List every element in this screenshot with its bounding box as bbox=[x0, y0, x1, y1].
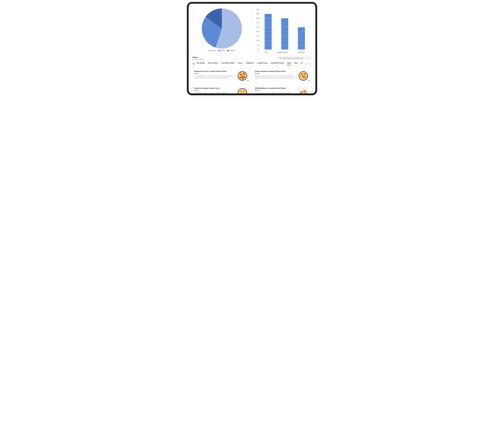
item-name: Super Supreme Loaded Cheese Dunk bbox=[255, 70, 295, 72]
legend-item: Negative bbox=[227, 50, 235, 51]
legend-item: Positive bbox=[208, 50, 216, 51]
add-item-button[interactable]: + bbox=[246, 79, 250, 82]
svg-line-1 bbox=[280, 58, 281, 59]
pie-chart-card: PositiveNeutralNegative bbox=[192, 7, 251, 55]
x-tick-label: Yelp bbox=[264, 51, 267, 53]
tab-pizza-combos[interactable]: Pizza Combos bbox=[208, 62, 218, 65]
svg-rect-7 bbox=[193, 64, 195, 65]
item-thumbnail: + bbox=[297, 70, 310, 82]
menu-item-card[interactable]: Hawaiian Loaded Cheese Dunk $16.04 Smoke… bbox=[192, 86, 251, 94]
item-thumbnail: + bbox=[236, 87, 249, 94]
pie-legend: PositiveNeutralNegative bbox=[208, 50, 235, 51]
svg-rect-3 bbox=[193, 63, 195, 64]
svg-rect-5 bbox=[193, 64, 195, 64]
svg-rect-29 bbox=[241, 93, 243, 94]
svg-rect-35 bbox=[300, 91, 303, 94]
item-thumbnail: + bbox=[236, 70, 249, 82]
charts-row: PositiveNeutralNegative 0%5%10%15%20%25%… bbox=[192, 7, 312, 55]
svg-rect-38 bbox=[304, 92, 307, 94]
add-item-button[interactable]: + bbox=[307, 79, 311, 82]
tab-hut-deals-combos[interactable]: Hut Deals Combos bbox=[221, 62, 235, 65]
svg-rect-27 bbox=[240, 91, 241, 92]
svg-rect-36 bbox=[303, 90, 306, 93]
item-price: $16.04 bbox=[255, 73, 295, 74]
y-tick-label: 35% bbox=[254, 18, 259, 19]
item-name: BBQ Meatlovers Loaded Garlic Bread bbox=[255, 87, 295, 89]
svg-point-0 bbox=[280, 58, 281, 59]
svg-point-13 bbox=[241, 76, 243, 77]
tabs-next-button[interactable] bbox=[308, 62, 312, 65]
tab-homestyle-pastas[interactable]: Homestyle Pastas bbox=[271, 62, 284, 65]
svg-point-21 bbox=[304, 73, 305, 75]
bar bbox=[281, 18, 288, 49]
bar-x-labels: YelpGoogle ReviewsTripAdvisor bbox=[260, 51, 310, 53]
tabs-prev-button[interactable] bbox=[304, 62, 307, 65]
item-price: $16.04 bbox=[194, 73, 234, 74]
grid-line bbox=[260, 41, 310, 41]
y-tick-label: 25% bbox=[254, 26, 259, 28]
x-tick-label: Google Reviews bbox=[277, 51, 288, 53]
item-price: $10.29 bbox=[255, 90, 295, 91]
y-tick-label: 5% bbox=[254, 44, 259, 46]
y-tick-label: 10% bbox=[254, 40, 259, 41]
item-description: Our classic garlic bread loaded with pep… bbox=[255, 92, 295, 94]
svg-point-12 bbox=[243, 73, 245, 75]
y-tick-label: 20% bbox=[254, 31, 259, 32]
tab-new-range[interactable]: New Range bbox=[197, 62, 205, 65]
legend-swatch bbox=[208, 50, 210, 51]
svg-point-14 bbox=[240, 76, 241, 78]
search-box[interactable] bbox=[277, 56, 312, 60]
tab-loaded-pastas[interactable]: Loaded Pastas bbox=[257, 62, 268, 65]
tab-wingstreet[interactable]: WingStreet bbox=[246, 62, 254, 65]
category-tabs: New RangePizza CombosHut Deals CombosPiz… bbox=[197, 61, 303, 67]
grid-line bbox=[260, 49, 310, 50]
search-input[interactable] bbox=[282, 57, 310, 59]
legend-swatch bbox=[218, 50, 219, 51]
menu-item-card[interactable]: Pepperoni Lovers Loaded Cheese Dunk $16.… bbox=[192, 69, 251, 83]
bar bbox=[298, 27, 305, 49]
menu-item-card[interactable]: Super Supreme Loaded Cheese Dunk $16.04 … bbox=[253, 69, 312, 83]
item-name: Hawaiian Loaded Cheese Dunk bbox=[194, 87, 234, 89]
grid-line bbox=[260, 27, 310, 27]
item-description: Lots of pepperoni & mozzarella swirled i… bbox=[194, 75, 234, 79]
reviews-bar-chart: 0%5%10%15%20%25%30%35%40%45% bbox=[260, 9, 310, 49]
svg-point-16 bbox=[242, 77, 244, 79]
svg-point-6 bbox=[193, 64, 193, 65]
svg-point-22 bbox=[302, 76, 304, 77]
item-price: $16.04 bbox=[194, 90, 234, 91]
screen: PositiveNeutralNegative 0%5%10%15%20%25%… bbox=[189, 4, 315, 94]
item-name: Pepperoni Lovers Loaded Cheese Dunk bbox=[194, 70, 234, 72]
legend-swatch bbox=[227, 50, 229, 51]
svg-point-23 bbox=[304, 76, 306, 78]
menu-items-grid: Pepperoni Lovers Loaded Cheese Dunk $16.… bbox=[192, 69, 312, 94]
menu-hours: 11:00 AM – 9:45 PM bbox=[192, 59, 204, 60]
legend-item: Neutral bbox=[218, 50, 225, 51]
svg-point-11 bbox=[240, 74, 242, 75]
y-tick-label: 30% bbox=[254, 22, 259, 24]
y-tick-label: 40% bbox=[254, 13, 259, 15]
svg-point-2 bbox=[193, 63, 193, 64]
item-description: Smoked ham, juicy pineapple & mozzarella… bbox=[194, 92, 234, 94]
search-icon bbox=[279, 57, 281, 59]
tab-dips[interactable]: Dips bbox=[294, 62, 298, 65]
y-tick-label: 15% bbox=[254, 35, 259, 37]
tab-hot-desserts[interactable]: Hot Desserts bbox=[301, 62, 303, 65]
svg-point-20 bbox=[301, 74, 303, 75]
list-view-icon[interactable] bbox=[192, 62, 195, 65]
item-thumbnail: + bbox=[297, 87, 310, 94]
menu-title: menu bbox=[192, 56, 204, 59]
svg-point-4 bbox=[193, 64, 193, 64]
svg-rect-28 bbox=[243, 91, 244, 92]
x-tick-label: TripAdvisor bbox=[297, 51, 305, 53]
item-description: Pepperoni, green capsicum, onion & mozza… bbox=[255, 75, 295, 79]
tab-sides[interactable]: Sides bbox=[287, 62, 291, 65]
sentiment-pie bbox=[202, 8, 242, 49]
bar-chart-card: 0%5%10%15%20%25%30%35%40%45% YelpGoogle … bbox=[253, 7, 312, 55]
y-tick-label: 45% bbox=[254, 9, 259, 10]
menu-item-card[interactable]: BBQ Meatlovers Loaded Garlic Bread $10.2… bbox=[253, 86, 312, 94]
grid-line bbox=[260, 36, 310, 36]
menu-header: menu 11:00 AM – 9:45 PM bbox=[192, 56, 312, 60]
svg-point-15 bbox=[244, 76, 245, 78]
y-tick-label: 0% bbox=[254, 49, 259, 50]
tab-pizzas[interactable]: Pizzas bbox=[238, 62, 243, 65]
